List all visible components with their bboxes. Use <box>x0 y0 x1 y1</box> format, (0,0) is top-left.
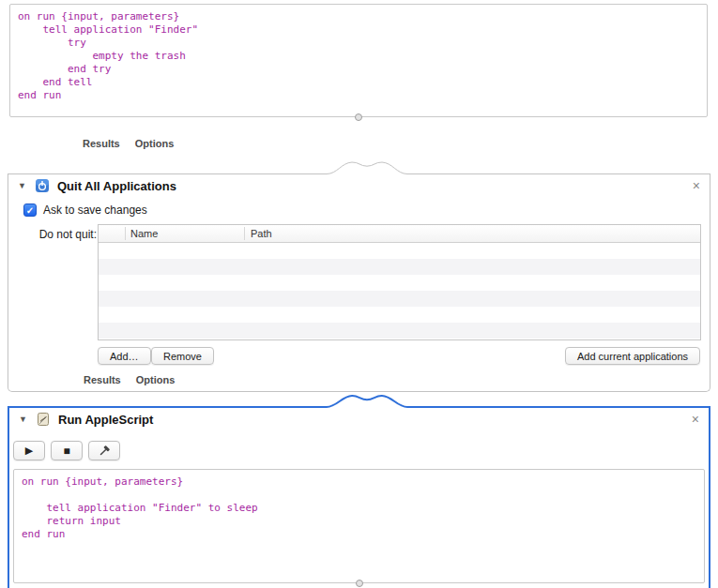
results-button[interactable]: Results <box>83 138 120 149</box>
action1-footer: Results Options <box>83 138 174 149</box>
action2-footer: Results Options <box>84 374 175 385</box>
workflow-canvas: on run {input, parameters} tell applicat… <box>0 0 718 588</box>
applescript-code-1: on run {input, parameters} tell applicat… <box>10 5 707 108</box>
action-run-applescript[interactable]: ▼ Run AppleScript × ▶ ■ <box>8 407 710 588</box>
disclosure-triangle-icon[interactable]: ▼ <box>18 181 27 190</box>
do-not-quit-table[interactable]: Name Path <box>98 224 701 340</box>
add-current-applications-button[interactable]: Add current applications <box>565 347 700 365</box>
action2-header[interactable]: ▼ Quit All Applications × <box>8 173 710 198</box>
remove-button[interactable]: Remove <box>151 347 214 365</box>
ask-to-save-label[interactable]: Ask to save changes <box>43 204 147 217</box>
close-icon[interactable]: × <box>692 413 699 426</box>
action-quit-all-applications[interactable]: ▼ Quit All Applications × ✓ Ask to save … <box>8 173 710 392</box>
results-button[interactable]: Results <box>84 374 121 385</box>
column-separator <box>244 227 245 240</box>
stop-icon: ■ <box>63 445 69 457</box>
do-not-quit-label: Do not quit: <box>31 228 97 241</box>
play-icon: ▶ <box>25 445 33 456</box>
disclosure-triangle-icon[interactable]: ▼ <box>19 415 28 424</box>
ask-to-save-row: ✓ Ask to save changes <box>23 204 147 217</box>
applescript-editor-2[interactable]: on run {input, parameters} tell applicat… <box>13 469 705 583</box>
add-button[interactable]: Add… <box>98 347 151 365</box>
applescript-editor-1[interactable]: on run {input, parameters} tell applicat… <box>9 4 708 117</box>
stop-script-button[interactable]: ■ <box>51 441 83 460</box>
action-title: Run AppleScript <box>58 413 153 427</box>
applescript-code-2: on run {input, parameters} tell applicat… <box>14 470 704 547</box>
editor-resize-handle[interactable] <box>356 580 363 587</box>
connector-notch <box>8 393 710 408</box>
compile-hammer-icon <box>98 445 111 458</box>
run-script-button[interactable]: ▶ <box>13 441 45 460</box>
column-header-name[interactable]: Name <box>130 228 158 239</box>
options-button[interactable]: Options <box>136 374 176 385</box>
table-body[interactable] <box>99 243 700 339</box>
action3-header[interactable]: ▼ Run AppleScript × <box>9 407 709 431</box>
run-applescript-icon <box>36 412 51 427</box>
compile-script-button[interactable] <box>88 441 120 460</box>
connector-notch <box>8 159 710 174</box>
quit-all-applications-icon <box>35 178 50 193</box>
column-header-path[interactable]: Path <box>251 228 272 239</box>
ask-to-save-changes-checkbox[interactable]: ✓ <box>23 204 37 217</box>
close-icon[interactable]: × <box>693 179 700 192</box>
options-button[interactable]: Options <box>135 138 175 149</box>
table-header: Name Path <box>99 225 700 243</box>
editor-resize-handle[interactable] <box>355 113 362 121</box>
script-toolbar: ▶ ■ <box>13 441 120 460</box>
checkmark-icon: ✓ <box>26 205 34 216</box>
action-title: Quit All Applications <box>57 179 176 193</box>
column-separator <box>125 227 126 240</box>
